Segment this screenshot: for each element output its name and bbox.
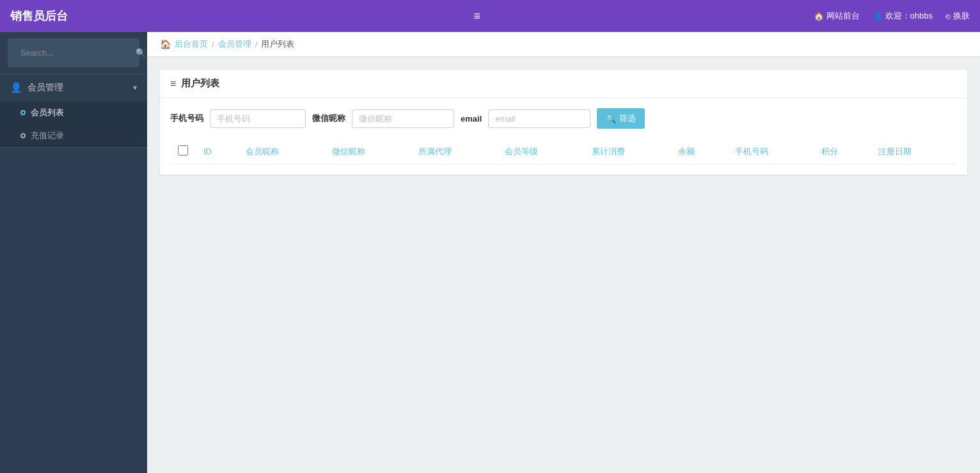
search-input[interactable]: [13, 42, 136, 64]
breadcrumb-sep-2: /: [255, 40, 258, 49]
breadcrumb-current: 用户列表: [261, 38, 294, 50]
page-content: ≡ 用户列表 手机号码 微信昵称 email 🔍 筛选: [147, 57, 980, 188]
sidebar-search-container: 🔍: [0, 32, 147, 74]
phone-input[interactable]: [210, 109, 306, 128]
sidebar-group-member-management: 👤 会员管理 ▾ 会员列表 充值记录: [0, 74, 147, 148]
user-table: ID 会员昵称 微信昵称 所属代理 会员等级 累计消费 余额 手机号码 积分: [170, 139, 957, 164]
breadcrumb-home-icon: 🏠: [160, 39, 171, 49]
table-header-points: 积分: [814, 139, 871, 164]
search-icon[interactable]: 🔍: [136, 48, 146, 58]
main-layout: 🔍 👤 会员管理 ▾ 会员列表: [0, 32, 980, 473]
table-header-row: ID 会员昵称 微信昵称 所属代理 会员等级 累计消费 余额 手机号码 积分: [170, 139, 957, 164]
list-icon: ≡: [170, 78, 176, 90]
sidebar-item-label-recharge-record: 充值记录: [31, 130, 64, 141]
logout-link[interactable]: ⎋ 换肤: [945, 10, 970, 22]
website-front-link[interactable]: 🏠 网站前台: [814, 10, 860, 22]
sidebar-item-recharge-record[interactable]: 充值记录: [0, 124, 147, 147]
search-icon-btn: 🔍: [606, 114, 616, 124]
member-management-icon: 👤: [10, 82, 22, 93]
select-all-checkbox[interactable]: [178, 145, 188, 156]
table-header-id: ID: [196, 139, 238, 164]
dot-icon-recharge: [20, 133, 26, 138]
breadcrumb-member-management-link[interactable]: 会员管理: [218, 38, 251, 50]
table-header-checkbox-col: [170, 139, 196, 164]
phone-label: 手机号码: [170, 113, 203, 124]
sidebar-group-label-member-management: 会员管理: [28, 82, 63, 93]
table-head: ID 会员昵称 微信昵称 所属代理 会员等级 累计消费 余额 手机号码 积分: [170, 139, 957, 164]
content-area: 🏠 后台首页 / 会员管理 / 用户列表 ≡ 用户列表 手机号码 微信昵称: [147, 32, 980, 473]
sidebar-menu: 👤 会员管理 ▾ 会员列表 充值记录: [0, 74, 147, 148]
navbar-right: 🏠 网站前台 👤 欢迎：ohbbs ⎋ 换肤: [814, 10, 970, 22]
wechat-input[interactable]: [352, 109, 454, 128]
sidebar-group-header-member-management[interactable]: 👤 会员管理 ▾: [0, 74, 147, 101]
sidebar-sub-menu-member-management: 会员列表 充值记录: [0, 101, 147, 147]
email-input[interactable]: [488, 109, 590, 128]
table-header-member-level: 会员等级: [497, 139, 583, 164]
table-header-wechat-nickname: 微信昵称: [324, 139, 411, 164]
panel-title: 用户列表: [181, 77, 219, 90]
menu-toggle-icon[interactable]: ≡: [474, 10, 481, 23]
app-title: 销售员后台: [10, 8, 151, 24]
table-header-phone: 手机号码: [727, 139, 814, 164]
sidebar-link-recharge-record[interactable]: 充值记录: [0, 124, 147, 147]
table-header-balance: 余额: [670, 139, 727, 164]
sidebar-search-inner: 🔍: [8, 38, 139, 67]
chevron-down-icon: ▾: [133, 83, 137, 92]
breadcrumb: 🏠 后台首页 / 会员管理 / 用户列表: [147, 32, 980, 57]
filter-button[interactable]: 🔍 筛选: [597, 108, 645, 129]
wechat-label: 微信昵称: [312, 113, 345, 124]
table-header-register-date: 注册日期: [871, 139, 957, 164]
panel-body: 手机号码 微信昵称 email 🔍 筛选: [160, 98, 967, 175]
dot-icon: [20, 110, 26, 115]
navbar: 销售员后台 ≡ 🏠 网站前台 👤 欢迎：ohbbs ⎋ 换肤: [0, 0, 980, 32]
table-header-total-spend: 累计消费: [584, 139, 670, 164]
filter-row: 手机号码 微信昵称 email 🔍 筛选: [170, 108, 957, 129]
table-header-member-nickname: 会员昵称: [238, 139, 324, 164]
logout-icon: ⎋: [945, 12, 951, 21]
panel-header: ≡ 用户列表: [160, 70, 967, 98]
table-header-agent: 所属代理: [411, 139, 497, 164]
sidebar-item-label-member-list: 会员列表: [31, 107, 64, 118]
sidebar-link-member-list[interactable]: 会员列表: [0, 101, 147, 124]
sidebar: 🔍 👤 会员管理 ▾ 会员列表: [0, 32, 147, 473]
user-welcome: 👤 欢迎：ohbbs: [873, 10, 933, 22]
email-label: email: [461, 114, 482, 124]
breadcrumb-home-link[interactable]: 后台首页: [175, 38, 208, 50]
breadcrumb-sep-1: /: [212, 40, 214, 49]
table-container: ID 会员昵称 微信昵称 所属代理 会员等级 累计消费 余额 手机号码 积分: [170, 139, 957, 164]
home-icon: 🏠: [814, 12, 824, 21]
sidebar-item-member-list[interactable]: 会员列表: [0, 101, 147, 124]
user-list-panel: ≡ 用户列表 手机号码 微信昵称 email 🔍 筛选: [160, 70, 967, 175]
user-icon: 👤: [873, 12, 883, 21]
